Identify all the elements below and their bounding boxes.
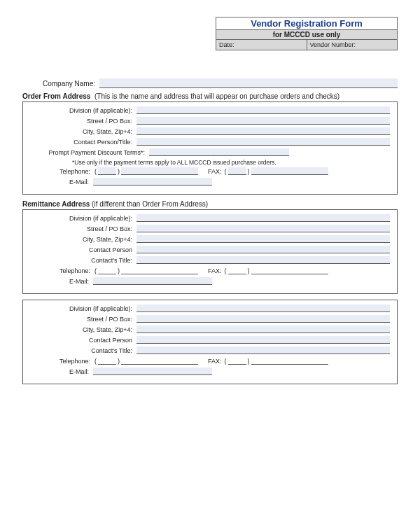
s3-tel-area[interactable] <box>98 357 116 365</box>
s3-phone-row: Telephone: () FAX: () <box>23 357 390 365</box>
s1-terms-label: Prompt Payment Discount Terms*: <box>23 149 149 156</box>
s1-phone-row: Telephone: () FAX: () <box>23 167 390 175</box>
s1-division-field[interactable] <box>136 106 390 114</box>
s1-division-label: Division (if applicable): <box>23 107 136 114</box>
s1-email-field[interactable] <box>93 178 212 186</box>
s2-street-field[interactable] <box>136 225 390 232</box>
s2-street-label: Street / PO Box: <box>23 225 136 232</box>
s3-telephone-label: Telephone: <box>23 358 93 365</box>
s2-telephone-label: Telephone: <box>23 267 93 274</box>
s2-contact-title-field[interactable] <box>136 256 390 264</box>
s2-contact-person-label: Contact Person <box>23 246 136 253</box>
s2-tel-num[interactable] <box>121 267 198 274</box>
s1-fax-label: FAX: <box>198 168 223 175</box>
s2-fax-num[interactable] <box>251 267 328 274</box>
header-row: Date: Vendor Number: <box>216 40 397 50</box>
s2-fax-label: FAX: <box>198 267 223 274</box>
company-name-field[interactable] <box>99 78 398 88</box>
s2-contact-person-field[interactable] <box>136 246 390 253</box>
s1-contact-label: Contact Person/Title: <box>23 139 136 146</box>
s2-tel-area[interactable] <box>98 267 116 274</box>
form-subtitle: for MCCCD use only <box>216 30 397 40</box>
section1-note: (This is the name and address that will … <box>94 92 340 100</box>
s2-fax-area[interactable] <box>228 267 246 274</box>
s2-email-field[interactable] <box>93 277 212 285</box>
s1-city-label: City, State, Zip+4: <box>23 128 136 135</box>
s1-telephone-label: Telephone: <box>23 168 93 175</box>
s2-email-label: E-Mail: <box>23 278 93 285</box>
s1-street-label: Street / PO Box: <box>23 118 136 125</box>
section2-note: (if different than Order From Address) <box>92 200 208 208</box>
s3-contact-person-label: Contact Person <box>23 337 136 344</box>
vendor-number-label: Vendor Number: <box>310 41 356 48</box>
section2-title: Remittance Address (if different than Or… <box>22 200 398 208</box>
form-title: Vendor Registration Form <box>216 18 397 30</box>
s3-city-field[interactable] <box>136 326 390 333</box>
s3-division-label: Division (if applicable): <box>23 305 136 312</box>
s3-division-field[interactable] <box>136 304 390 312</box>
s3-email-field[interactable] <box>93 368 212 375</box>
date-label: Date: <box>219 41 234 48</box>
section3-box: Division (if applicable): Street / PO Bo… <box>22 300 398 384</box>
s1-terms-field[interactable] <box>149 148 289 156</box>
s3-contact-title-label: Contact's Title: <box>23 347 136 354</box>
s3-street-field[interactable] <box>136 315 390 323</box>
s1-terms-note: *Use only if the payment terms apply to … <box>72 159 390 166</box>
company-name-label: Company Name: <box>22 80 99 88</box>
section2-box: Division (if applicable): Street / PO Bo… <box>22 209 398 294</box>
s2-division-field[interactable] <box>136 214 390 222</box>
s1-tel-area[interactable] <box>98 167 116 175</box>
s3-city-label: City, State, Zip+4: <box>23 326 136 333</box>
s3-street-label: Street / PO Box: <box>23 316 136 323</box>
s1-fax-num[interactable] <box>251 167 328 175</box>
section1-title: Order From Address (This is the name and… <box>22 92 398 100</box>
s2-division-label: Division (if applicable): <box>23 215 136 222</box>
s3-email-label: E-Mail: <box>23 368 93 375</box>
s1-email-label: E-Mail: <box>23 178 93 186</box>
s2-city-field[interactable] <box>136 235 390 243</box>
s1-contact-field[interactable] <box>136 138 390 146</box>
s1-fax-area[interactable] <box>228 167 246 175</box>
s3-fax-label: FAX: <box>198 358 223 365</box>
section1-box: Division (if applicable): Street / PO Bo… <box>22 102 398 195</box>
s3-fax-area[interactable] <box>228 357 246 365</box>
header-box: Vendor Registration Form for MCCCD use o… <box>216 17 398 50</box>
s1-tel-num[interactable] <box>121 167 198 175</box>
s3-contact-title-field[interactable] <box>136 346 390 354</box>
s1-city-field[interactable] <box>136 127 390 135</box>
s1-street-field[interactable] <box>136 117 390 125</box>
s3-tel-num[interactable] <box>121 357 198 365</box>
s3-fax-num[interactable] <box>251 357 328 365</box>
s3-contact-person-field[interactable] <box>136 336 390 344</box>
s2-city-label: City, State, Zip+4: <box>23 236 136 243</box>
s2-phone-row: Telephone: () FAX: () <box>23 267 390 274</box>
company-name-row: Company Name: <box>22 78 398 88</box>
s2-contact-title-label: Contact's Title: <box>23 257 136 264</box>
